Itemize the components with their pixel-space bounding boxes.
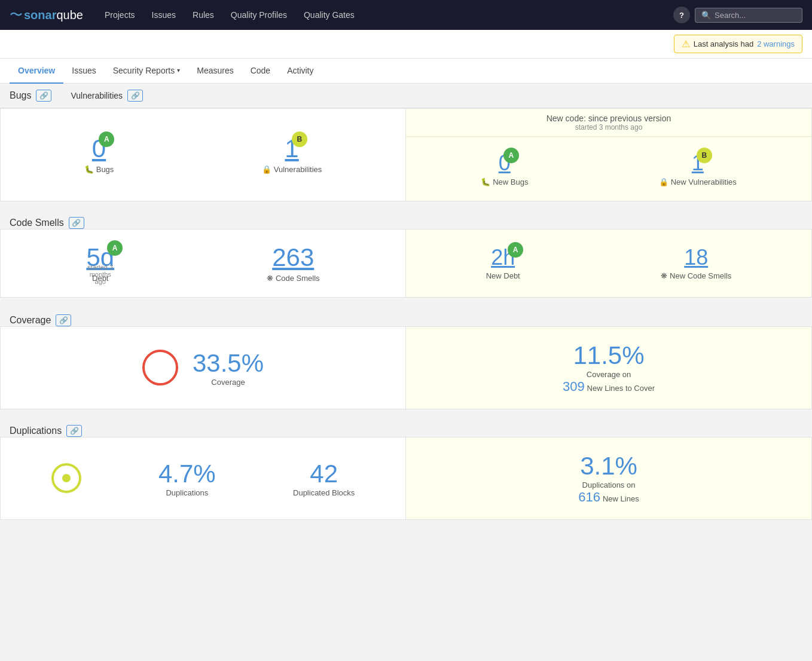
new-vuln-grade-badge: B <box>697 148 712 163</box>
subnav-item-overview[interactable]: Overview <box>10 59 63 84</box>
new-debt-label: New Debt <box>486 271 520 280</box>
nav-items: Projects Issues Rules Quality Profiles Q… <box>97 0 673 30</box>
duplications-title: Duplications <box>10 426 62 436</box>
bugs-right-panel: New code: since previous version started… <box>406 109 811 201</box>
dup-on-label: Duplications on <box>582 481 636 489</box>
code-smells-panel: 5d A Debt started 3 months ago 263 ❋ <box>0 229 812 298</box>
dup-new-lines-text: New Lines <box>603 494 639 503</box>
new-vuln-metric: 1 B 🔒 New Vulnerabilities <box>659 151 737 186</box>
duplications-link-icon[interactable]: 🔗 <box>66 425 82 437</box>
help-button[interactable]: ? <box>673 7 690 23</box>
bugs-section-header: Bugs 🔗 Vulnerabilities 🔗 <box>0 84 812 108</box>
code-smells-link-icon[interactable]: 🔗 <box>69 217 84 229</box>
new-bugs-vuln-content: 0 A 🐛 New Bugs 1 B <box>406 137 811 201</box>
debt-grade-badge: A <box>107 240 123 256</box>
code-smells-header: Code Smells 🔗 <box>0 211 812 229</box>
dup-blocks-label: Duplicated Blocks <box>293 488 355 497</box>
new-vuln-label: 🔒 New Vulnerabilities <box>659 178 737 186</box>
duplications-header: Duplications 🔗 <box>0 419 812 437</box>
spacer-2 <box>0 299 812 308</box>
bugs-grade-badge: A <box>99 131 114 147</box>
new-bugs-label: 🐛 New Bugs <box>481 178 528 186</box>
security-reports-label: Security Reports <box>113 66 175 75</box>
bugs-vuln-panel: 0 A 🐛 Bugs 1 B 🔒 Vuln <box>0 108 812 201</box>
dup-blocks-value[interactable]: 42 <box>310 460 338 488</box>
dup-pct-metric: 4.7% Duplications <box>158 460 216 497</box>
warning-badge: ⚠ Last analysis had 2 warnings <box>674 35 802 53</box>
new-code-smells-metric: 18 ❋ New Code Smells <box>661 246 731 281</box>
nav-item-quality-profiles[interactable]: Quality Profiles <box>224 0 294 30</box>
subnav-item-issues[interactable]: Issues <box>63 59 104 84</box>
logo[interactable]: 〜 sonarqube <box>10 6 83 24</box>
warning-banner: ⚠ Last analysis had 2 warnings <box>0 30 812 59</box>
debt-metric: 5d A Debt started 3 months ago <box>86 244 114 283</box>
bug-icon: 🐛 <box>84 165 94 174</box>
subnav-item-activity[interactable]: Activity <box>279 59 322 84</box>
coverage-metric: 33.5% Coverage <box>193 349 264 387</box>
new-bugs-grade-badge: A <box>503 148 519 163</box>
code-smells-title: Code Smells <box>10 218 64 228</box>
search-box[interactable]: 🔍 <box>695 8 802 23</box>
bugs-section-title: Bugs <box>10 90 31 101</box>
nav-item-projects[interactable]: Projects <box>97 0 142 30</box>
logo-text: sonarqube <box>24 8 83 22</box>
duplications-panel: 4.7% Duplications 42 Duplicated Blocks 3… <box>0 437 812 520</box>
coverage-circle <box>142 350 178 385</box>
main-content: Bugs 🔗 Vulnerabilities 🔗 0 A 🐛 Bugs <box>0 84 812 530</box>
nav-item-issues[interactable]: Issues <box>145 0 183 30</box>
duplications-left: 4.7% Duplications 42 Duplicated Blocks <box>1 437 406 519</box>
new-coverage-value[interactable]: 11.5% <box>573 341 644 370</box>
vuln-metric: 1 B 🔒 Vulnerabilities <box>262 135 322 174</box>
new-lines-to-cover: 309 New Lines to Cover <box>563 379 655 394</box>
dup-new-lines-value[interactable]: 616 <box>578 489 600 504</box>
spacer-1 <box>0 201 812 211</box>
code-smells-value[interactable]: 263 <box>272 243 314 271</box>
coverage-left: 33.5% Coverage <box>1 327 406 409</box>
nav-item-quality-gates[interactable]: Quality Gates <box>297 0 362 30</box>
bugs-label: 🐛 Bugs <box>84 165 114 174</box>
coverage-link-icon[interactable]: 🔗 <box>56 314 71 326</box>
warning-link[interactable]: 2 warnings <box>757 39 795 48</box>
new-debt-metric: 2h A New Debt <box>486 246 520 281</box>
new-code-title: New code: since previous version <box>416 114 802 123</box>
coverage-title: Coverage <box>10 315 51 326</box>
bugs-metric: 0 A 🐛 Bugs <box>84 135 114 174</box>
duplications-section: Duplications 🔗 4.7% Duplications 42 Dupl… <box>0 419 812 520</box>
coverage-header: Coverage 🔗 <box>0 308 812 326</box>
warning-icon: ⚠ <box>682 38 690 50</box>
code-smells-inner: 5d A Debt started 3 months ago 263 ❋ <box>1 229 811 297</box>
new-code-smells-value[interactable]: 18 <box>684 245 708 270</box>
subnav-item-code[interactable]: Code <box>242 59 279 84</box>
top-navigation: 〜 sonarqube Projects Issues Rules Qualit… <box>0 0 812 30</box>
debt-started-label: started 3 months ago <box>86 264 114 285</box>
code-smells-section: Code Smells 🔗 5d A Debt started 3 months… <box>0 211 812 298</box>
subnav-item-security-reports[interactable]: Security Reports ▾ <box>105 59 188 84</box>
coverage-panel: 33.5% Coverage 11.5% Coverage on 309 New… <box>0 326 812 409</box>
bugs-left-panel: 0 A 🐛 Bugs 1 B 🔒 Vuln <box>1 109 406 201</box>
new-code-header: New code: since previous version started… <box>406 109 811 137</box>
duplications-right: 3.1% Duplications on 616 New Lines <box>406 437 811 519</box>
warning-text: Last analysis had <box>694 39 753 48</box>
new-lock-icon: 🔒 <box>659 178 668 186</box>
bugs-link-icon[interactable]: 🔗 <box>36 90 51 102</box>
logo-wave-icon: 〜 <box>10 6 23 24</box>
new-lines-to-cover-label: New Lines to Cover <box>587 384 655 393</box>
new-bug-icon: 🐛 <box>481 178 490 186</box>
dup-value[interactable]: 4.7% <box>158 460 216 488</box>
coverage-value[interactable]: 33.5% <box>193 349 264 378</box>
new-dup-value[interactable]: 3.1% <box>580 452 637 481</box>
search-icon: 🔍 <box>701 11 711 20</box>
chevron-down-icon: ▾ <box>177 67 180 74</box>
new-smells-icon: ❋ <box>661 271 667 280</box>
dup-label: Duplications <box>166 488 208 497</box>
lock-icon: 🔒 <box>262 165 271 174</box>
nav-right: ? 🔍 <box>673 7 802 23</box>
subnav-item-measures[interactable]: Measures <box>188 59 242 84</box>
new-lines-value[interactable]: 309 <box>563 379 585 394</box>
vuln-link-icon[interactable]: 🔗 <box>127 90 143 102</box>
smells-icon: ❋ <box>267 274 273 283</box>
nav-item-rules[interactable]: Rules <box>185 0 221 30</box>
vuln-label: 🔒 Vulnerabilities <box>262 165 322 174</box>
search-input[interactable] <box>715 11 796 20</box>
new-code-smells-label: ❋ New Code Smells <box>661 271 731 280</box>
